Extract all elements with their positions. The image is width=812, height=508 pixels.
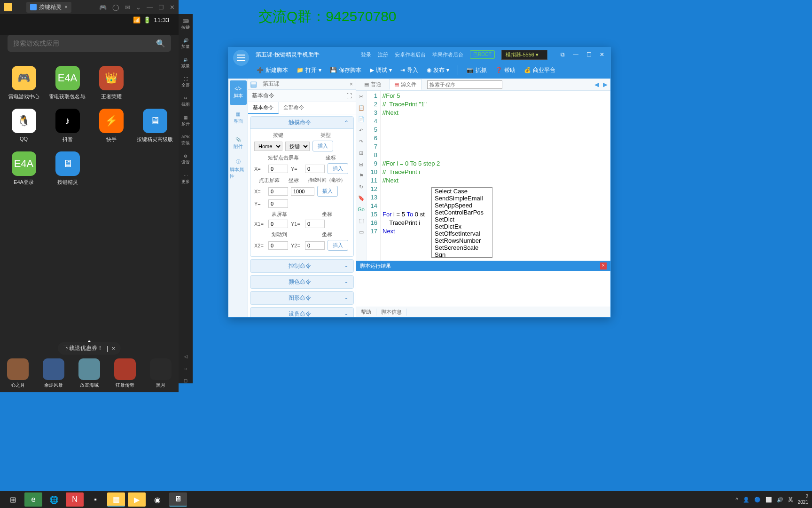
emulator-search-bar[interactable]: 🔍 (8, 35, 171, 52)
close-window-icon[interactable]: ✕ (170, 4, 175, 11)
action-icon[interactable]: ↻ (358, 183, 365, 190)
emulator-tab[interactable]: 按键精灵 × (26, 2, 71, 13)
side-multi-button[interactable]: ▦多开 (180, 115, 191, 127)
autocomplete-item[interactable]: SetScreenScale (432, 244, 492, 251)
taskbar-app[interactable]: N (66, 492, 84, 507)
side-back-button[interactable]: ◁ (180, 354, 191, 359)
tray-clock[interactable]: 2 2021 (798, 494, 808, 505)
autocomplete-item[interactable]: SetControlBarPos (432, 209, 492, 216)
insert-button[interactable]: 插入 (328, 240, 348, 251)
register-link[interactable]: 注册 (378, 51, 388, 58)
side-settings-button[interactable]: ⚙设置 (180, 154, 191, 166)
dock-item[interactable]: 心之月 (7, 358, 29, 389)
side-keyboard-button[interactable]: ⌨按键 (180, 19, 191, 31)
color-cmd-section[interactable]: 颜色命令⌄ (250, 275, 354, 289)
open-button[interactable]: 📁打开▾ (297, 66, 321, 74)
help-button[interactable]: ❓帮助 (495, 66, 515, 74)
app-item[interactable]: 🖥按键精灵 (47, 151, 87, 186)
redo-icon[interactable]: ↷ (358, 138, 365, 145)
app-item[interactable]: 👑王者荣耀 (91, 66, 131, 100)
side-more-button[interactable]: ⋯更多 (180, 173, 191, 185)
tray-icon[interactable]: ⬜ (765, 497, 772, 503)
control-cmd-section[interactable]: 控制命令⌄ (250, 259, 354, 273)
tab-normal[interactable]: ▤普通 (359, 79, 386, 90)
result-tab-help[interactable]: 帮助 (356, 309, 376, 316)
tray-chevron-icon[interactable]: ^ (736, 497, 738, 502)
close-icon[interactable]: × (64, 4, 68, 10)
taskbar-app[interactable]: ▦ (107, 492, 125, 507)
copy-icon[interactable]: 📋 (358, 104, 365, 111)
device-cmd-section[interactable]: 设备命令⌄ (250, 307, 354, 317)
x1-input[interactable] (268, 220, 288, 228)
side-fullscreen-button[interactable]: ⛶全屏 (180, 77, 191, 88)
autocomplete-popup[interactable]: Select CaseSendSimpleEmailSetAppSpeedSet… (431, 187, 492, 258)
tab-source[interactable]: ▤源文件 (389, 79, 422, 90)
taskbar-terminal[interactable]: ▪ (86, 492, 104, 507)
x-input[interactable] (268, 165, 288, 173)
nav-properties[interactable]: ⓘ脚本属性 (230, 157, 247, 181)
search-input[interactable] (13, 40, 156, 47)
code-editor[interactable]: ✂ 📋 📄 ↶ ↷ ⊞ ⊟ ⚑ ↻ 🔖 Go ⬚ ▭ 1234567891011… (356, 91, 610, 261)
save-button[interactable]: 💾保存脚本 (330, 66, 361, 74)
cmd-subtab-all[interactable]: 全部命令 (279, 102, 309, 114)
app-item[interactable]: 🖥按键精灵高级版 (135, 109, 175, 143)
dock-item[interactable]: 黑月 (150, 358, 172, 389)
y1-input[interactable] (305, 220, 325, 228)
hold-ms-input[interactable] (291, 187, 314, 196)
app-item[interactable]: ⚡快手 (91, 109, 131, 143)
minimize-icon[interactable]: — (571, 51, 580, 58)
insert-button[interactable]: 插入 (328, 163, 348, 174)
debug-button[interactable]: ▶调试▾ (370, 66, 392, 74)
insert-button[interactable]: 插入 (312, 141, 333, 151)
android-backend-link[interactable]: 安卓作者后台 (395, 51, 426, 58)
ios-backend-link[interactable]: 苹果作者后台 (432, 51, 463, 58)
side-home-button[interactable]: ○ (180, 366, 191, 371)
side-screenshot-button[interactable]: ✂截图 (180, 96, 191, 108)
go-icon[interactable]: Go (358, 206, 365, 213)
capture-button[interactable]: 📷抓抓 (467, 66, 487, 74)
minimize-icon[interactable]: — (147, 4, 153, 11)
taskbar-app[interactable]: ▶ (128, 492, 146, 507)
paste-icon[interactable]: 📄 (358, 115, 365, 123)
nav-script[interactable]: </>脚本 (230, 80, 247, 105)
action-icon[interactable]: ⚑ (358, 172, 365, 179)
close-icon[interactable]: × (350, 81, 353, 87)
cmd-file-tab[interactable]: 第五课 (259, 80, 283, 88)
tray-icon[interactable]: 🔵 (754, 497, 761, 503)
cut-icon[interactable]: ✂ (358, 93, 365, 100)
key-select[interactable]: Home (254, 142, 282, 151)
undo-icon[interactable]: ↶ (358, 127, 365, 134)
publish-button[interactable]: ◉发布▾ (427, 66, 449, 74)
dock-item[interactable]: 余烬风暴 (43, 358, 64, 389)
section-header[interactable]: 触摸命令⌃ (250, 117, 353, 129)
app-item[interactable]: E4A雷电获取包名与... (47, 66, 87, 100)
commerce-button[interactable]: 💰商业平台 (524, 66, 555, 74)
taskbar-chrome[interactable]: 🌐 (45, 492, 63, 507)
tray-volume-icon[interactable]: 🔊 (777, 497, 783, 503)
bookmark-icon[interactable]: 🔖 (358, 194, 365, 202)
start-button[interactable]: ⊞ (4, 492, 22, 507)
taskbar-app[interactable]: e (24, 492, 42, 507)
action-icon[interactable]: ⊞ (358, 149, 365, 157)
autocomplete-item[interactable]: SetOffsetInterval (432, 230, 492, 237)
popout-icon[interactable]: ⧉ (558, 51, 567, 58)
mail-icon[interactable]: ✉ (125, 4, 130, 11)
expand-icon[interactable]: ⛶ (346, 93, 352, 99)
nav-attachments[interactable]: 📎附件 (230, 131, 247, 156)
action-icon[interactable]: ⊟ (358, 160, 365, 168)
action-icon[interactable]: ▭ (358, 228, 365, 236)
type-select[interactable]: 按键 (285, 142, 310, 151)
app-item[interactable]: ♪抖音 (47, 109, 87, 143)
side-recent-button[interactable]: ☐ (180, 379, 191, 383)
autocomplete-item[interactable]: SetDictEx (432, 223, 492, 230)
side-install-button[interactable]: APK安装 (180, 135, 191, 146)
down-icon[interactable]: ⌄ (136, 4, 141, 11)
autocomplete-item[interactable]: SetAppSpeed (432, 202, 492, 209)
cmd-subtab-basic[interactable]: 基本命令 (248, 102, 279, 114)
maximize-icon[interactable]: ☐ (584, 51, 593, 58)
hold-x-input[interactable] (268, 187, 288, 196)
nav-next-icon[interactable]: ▶ (603, 81, 608, 88)
dock-item[interactable]: 放置海域 (78, 358, 100, 389)
side-volume-up-button[interactable]: 🔊加量 (180, 38, 191, 50)
import-button[interactable]: ⇥导入 (400, 66, 418, 74)
